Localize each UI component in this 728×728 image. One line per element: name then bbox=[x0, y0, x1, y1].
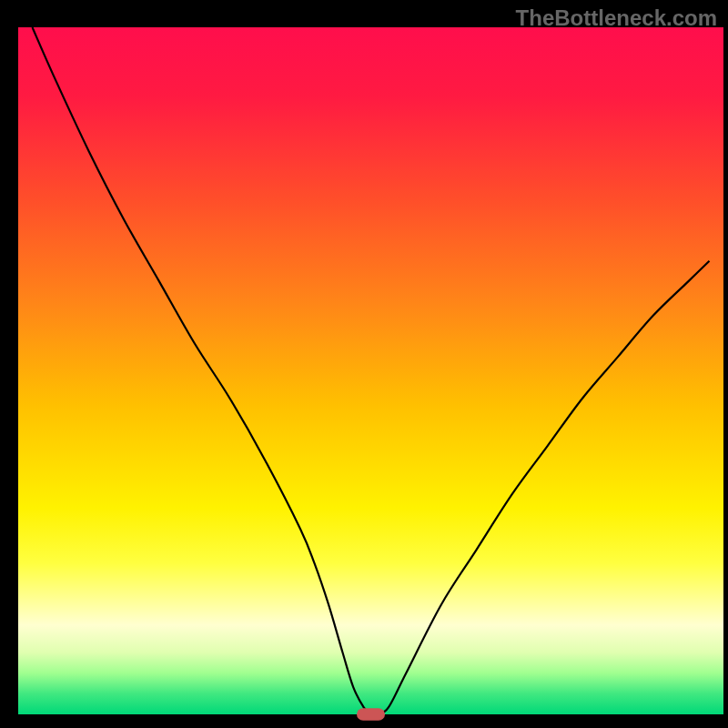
optimal-marker bbox=[357, 708, 385, 721]
chart-container: TheBottleneck.com bbox=[0, 0, 728, 728]
plot-background bbox=[18, 27, 723, 714]
bottleneck-chart bbox=[0, 0, 728, 728]
attribution-label: TheBottleneck.com bbox=[516, 5, 717, 31]
